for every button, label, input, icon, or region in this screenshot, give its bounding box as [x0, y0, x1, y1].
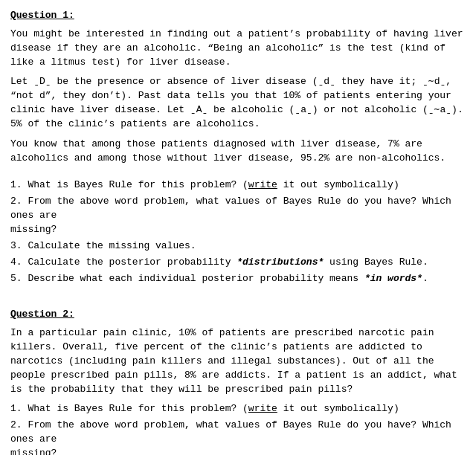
- question-2-section: Question 2: In a particular pain clinic,…: [10, 308, 466, 455]
- q2-item-2: 2. From the above word problem, what val…: [10, 419, 466, 455]
- q1-list: 1. What is Bayes Rule for this problem? …: [10, 178, 466, 285]
- q2-list: 1. What is Bayes Rule for this problem? …: [10, 402, 466, 455]
- q1-header: Question 1:: [10, 9, 466, 23]
- q1-intro-p2: Let ˍDˍ be the presence or absence of li…: [10, 75, 466, 131]
- q1-item-3: 3. Calculate the missing values.: [10, 239, 466, 254]
- q2-header: Question 2:: [10, 308, 466, 322]
- q1-intro-p3: You know that among those patients diagn…: [10, 138, 466, 166]
- q1-item-4: 4. Calculate the posterior probability *…: [10, 256, 466, 270]
- q1-item-5: 5. Describe what each individual posteri…: [10, 272, 466, 286]
- q1-item-2: 2. From the above word problem, what val…: [10, 195, 466, 237]
- question-1-section: Question 1: You might be interested in f…: [10, 9, 466, 285]
- q1-intro-p1: You might be interested in finding out a…: [10, 28, 466, 70]
- q2-intro-p1: In a particular pain clinic, 10% of pati…: [10, 326, 466, 396]
- q2-item-1: 1. What is Bayes Rule for this problem? …: [10, 402, 466, 416]
- q1-item-1: 1. What is Bayes Rule for this problem? …: [10, 178, 466, 193]
